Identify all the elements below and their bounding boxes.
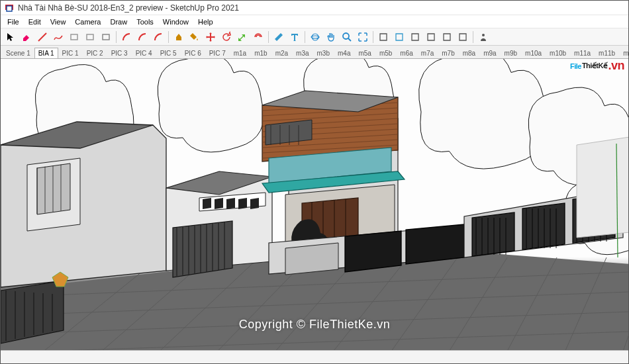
scene-tab-pic2[interactable]: PIC 2	[83, 48, 107, 58]
toolbar-separator	[305, 31, 305, 43]
scene-tab-m5b[interactable]: m5b	[375, 48, 396, 58]
tape-icon[interactable]	[271, 30, 286, 44]
arc-2-icon[interactable]	[135, 30, 150, 44]
zoom-ext-icon[interactable]	[356, 30, 370, 44]
arc-icon[interactable]	[119, 30, 134, 44]
scene-tabs: Scene 1BIA 1PIC 1PIC 2PIC 3PIC 4PIC 5PIC…	[1, 46, 628, 59]
svg-marker-84	[285, 243, 338, 275]
statusbar	[1, 350, 628, 363]
scene-tab-m11c[interactable]: m11c	[619, 48, 628, 58]
paint-icon[interactable]	[187, 30, 202, 44]
toolbar-separator	[268, 31, 269, 43]
scene-tab-m9b[interactable]: m9b	[501, 48, 521, 58]
scene-tab-m1b[interactable]: m1b	[250, 48, 271, 58]
model-render	[1, 59, 628, 350]
offset-icon[interactable]	[251, 30, 266, 44]
svg-marker-24	[37, 163, 70, 214]
svg-marker-108	[577, 137, 628, 238]
style-d-icon[interactable]	[424, 30, 438, 44]
menu-camera[interactable]: Camera	[71, 17, 105, 27]
orbit-icon[interactable]	[308, 30, 322, 44]
scene-tab-m7a[interactable]: m7a	[417, 48, 438, 58]
rect-rot-icon[interactable]	[83, 30, 97, 44]
scene-tab-m2a[interactable]: m2a	[271, 48, 292, 58]
toolbar-separator	[116, 31, 117, 43]
eraser-icon[interactable]	[19, 30, 34, 44]
svg-marker-21	[1, 125, 166, 287]
line-icon[interactable]	[35, 30, 50, 44]
svg-marker-41	[215, 198, 223, 209]
toolbar-separator	[168, 31, 169, 43]
rect-icon[interactable]	[67, 30, 81, 44]
scene-tab-m4a[interactable]: m4a	[334, 48, 354, 58]
move-icon[interactable]	[203, 30, 218, 44]
svg-marker-86	[472, 212, 514, 256]
svg-marker-40	[203, 198, 211, 209]
svg-marker-93	[522, 203, 565, 250]
scene-tab-m3b[interactable]: m3b	[313, 48, 334, 58]
svg-rect-1	[7, 6, 12, 11]
watermark-text: Copyright © FileThietKe.vn	[239, 318, 390, 332]
text-icon[interactable]	[287, 30, 302, 44]
scene-tab-pic7[interactable]: PIC 7	[205, 48, 230, 58]
scene-tab-pic3[interactable]: PIC 3	[107, 48, 132, 58]
menu-edit[interactable]: Edit	[24, 17, 45, 27]
scene-tab-m6a[interactable]: m6a	[396, 48, 416, 58]
scene-tab-bia1[interactable]: BIA 1	[34, 48, 58, 59]
scene-tab-m7b[interactable]: m7b	[438, 48, 458, 58]
style-c-icon[interactable]	[408, 30, 422, 44]
pan-icon[interactable]	[324, 30, 338, 44]
toolbar-separator	[473, 31, 473, 43]
scene-tab-m11a[interactable]: m11a	[570, 48, 595, 58]
main-toolbar	[1, 28, 628, 46]
menu-tools[interactable]: Tools	[132, 17, 158, 27]
style-a-icon[interactable]	[376, 30, 391, 44]
style-e-icon[interactable]	[440, 30, 454, 44]
scene-tab-m9a[interactable]: m9a	[479, 48, 500, 58]
toolbar-separator	[373, 31, 373, 43]
scene-tab-m1a[interactable]: m1a	[230, 48, 250, 58]
freehand-icon[interactable]	[51, 30, 66, 44]
scene-tab-m11b[interactable]: m11b	[595, 48, 619, 58]
shadow-rect-icon[interactable]	[99, 30, 113, 44]
svg-marker-43	[238, 198, 247, 209]
menu-view[interactable]: View	[46, 17, 70, 27]
pushpull-icon[interactable]	[171, 30, 186, 44]
person-icon[interactable]	[476, 30, 491, 44]
style-b-icon[interactable]	[392, 30, 407, 44]
sketchup-app-icon	[5, 3, 14, 13]
svg-marker-44	[250, 198, 259, 209]
svg-marker-83	[406, 224, 464, 264]
scene-tab-scene1[interactable]: Scene 1	[2, 48, 34, 58]
select-arrow-icon[interactable]	[3, 30, 18, 44]
menu-help[interactable]: Help	[194, 17, 217, 27]
scene-tab-m10a[interactable]: m10a	[521, 48, 546, 58]
arc-pie-icon[interactable]	[151, 30, 166, 44]
svg-marker-42	[226, 198, 235, 209]
model-viewport[interactable]: Copyright © FileThietKe.vn File ThiếtKế …	[1, 59, 628, 350]
scene-tab-pic1[interactable]: PIC 1	[58, 48, 83, 58]
scene-tab-m10b[interactable]: m10b	[546, 48, 570, 58]
scene-tab-pic6[interactable]: PIC 6	[181, 48, 205, 58]
scene-tab-pic5[interactable]: PIC 5	[156, 48, 181, 58]
menu-window[interactable]: Window	[159, 17, 193, 27]
svg-marker-82	[345, 231, 401, 272]
menu-file[interactable]: File	[3, 17, 23, 27]
scene-tab-pic4[interactable]: PIC 4	[132, 48, 156, 58]
style-f-icon[interactable]	[456, 30, 470, 44]
menu-draw[interactable]: Draw	[106, 17, 131, 27]
window-title: Nhà Tài Nhà Bè-SU 2018-En3_2 preview - S…	[18, 3, 239, 13]
filethietke-logo: File ThiếtKế .vn	[570, 59, 624, 73]
scene-tab-m5a[interactable]: m5a	[354, 48, 375, 58]
titlebar: Nhà Tài Nhà Bè-SU 2018-En3_2 preview - S…	[1, 1, 628, 15]
zoom-icon[interactable]	[340, 30, 354, 44]
scale-icon[interactable]	[235, 30, 250, 44]
scene-tab-m3a[interactable]: m3a	[292, 48, 313, 58]
menubar: FileEditViewCameraDrawToolsWindowHelp	[1, 15, 628, 28]
svg-marker-45	[173, 221, 232, 277]
rotate-icon[interactable]	[219, 30, 234, 44]
scene-tab-m8a[interactable]: m8a	[459, 48, 479, 58]
